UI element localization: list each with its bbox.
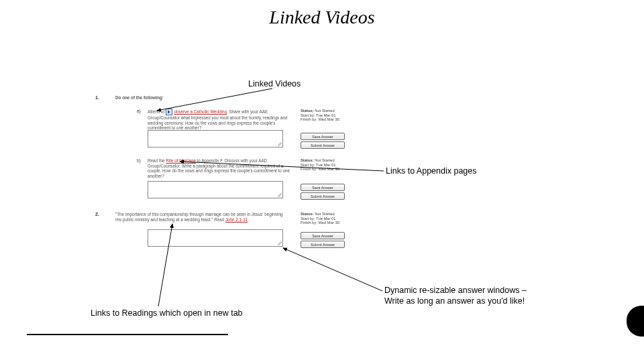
callout-resizable-line1: Dynamic re-sizable answer windows – — [384, 286, 527, 295]
start-value: Tue Mar 01 — [316, 113, 335, 117]
answer-box-1b[interactable] — [148, 181, 283, 198]
q1a-text: Attend or observe a Catholic Wedding. Sh… — [148, 109, 295, 131]
q2-text: "The importance of this companionship th… — [115, 212, 290, 222]
finish-label: Finish by: — [301, 167, 317, 171]
q1a-buttons: Save Answer Submit Answer — [301, 133, 364, 150]
submit-answer-button[interactable]: Submit Answer — [301, 241, 345, 248]
q1a-status: Status: Not Started Start by: Tue Mar 01… — [301, 109, 364, 122]
screenshot-area: 1. Do one of the following: a) Attend or… — [87, 94, 369, 302]
q2-before: "The importance of this companionship th… — [115, 212, 283, 222]
q1a-video-link[interactable]: observe a Catholic Wedding — [174, 109, 227, 114]
q1b-text: Read the Rite of Marriage in Appendix F.… — [148, 158, 295, 178]
answer-box-1a[interactable] — [148, 130, 283, 147]
q2-buttons: Save Answer Submit Answer — [301, 232, 364, 249]
start-label: Start by: — [301, 217, 315, 221]
callout-linked-videos: Linked Videos — [248, 79, 301, 88]
q2-reading-link[interactable]: John 2:1-11 — [225, 217, 248, 222]
slide-title: Linked Videos — [0, 7, 644, 28]
q1b-appendix-link[interactable]: Rite of Marriage — [166, 158, 196, 163]
q1b-buttons: Save Answer Submit Answer — [301, 184, 364, 201]
finish-value: Wed Mar 30 — [318, 117, 339, 121]
video-play-icon[interactable] — [166, 109, 172, 115]
status-label: Status: — [301, 158, 314, 162]
q1b-before: Read the — [148, 158, 166, 163]
status-value: Not Started — [315, 109, 334, 113]
q1b-status: Status: Not Started Start by: Tue Mar 01… — [301, 158, 364, 172]
corner-tab — [627, 306, 644, 337]
submit-answer-button[interactable]: Submit Answer — [301, 192, 345, 200]
finish-label: Finish by: — [301, 221, 317, 225]
q1b-label: b) — [137, 158, 141, 163]
status-label: Status: — [301, 109, 314, 113]
q1-number: 1. — [95, 95, 99, 100]
status-value: Not Started — [315, 212, 334, 216]
start-label: Start by: — [301, 163, 315, 167]
callout-resizable: Dynamic re-sizable answer windows – Writ… — [384, 286, 527, 306]
finish-value: Wed Mar 30 — [318, 167, 339, 171]
start-label: Start by: — [301, 113, 315, 117]
q1a-before: Attend or — [148, 109, 166, 114]
status-label: Status: — [301, 212, 314, 216]
finish-label: Finish by: — [301, 117, 317, 121]
submit-answer-button[interactable]: Submit Answer — [301, 141, 345, 149]
status-value: Not Started — [315, 158, 334, 162]
q1-prompt: Do one of the following: — [115, 95, 290, 101]
q2-after: . — [248, 217, 249, 222]
finish-value: Wed Mar 30 — [318, 221, 339, 225]
save-answer-button[interactable]: Save Answer — [301, 232, 345, 239]
callout-readings: Links to Readings which open in new tab — [91, 308, 243, 318]
callout-resizable-line2: Write as long an answer as you'd like! — [384, 296, 525, 306]
start-value: Tue Mar 01 — [316, 217, 335, 221]
answer-box-2[interactable] — [148, 229, 283, 247]
q2-status: Status: Not Started Start by: Tue Mar 01… — [301, 212, 364, 225]
start-value: Tue Mar 01 — [316, 163, 335, 167]
q1a-label: a) — [137, 109, 141, 113]
save-answer-button[interactable]: Save Answer — [301, 133, 345, 140]
footer-rule — [27, 334, 228, 335]
callout-appendix: Links to Appendix pages — [386, 166, 477, 176]
q2-number: 2. — [95, 212, 99, 217]
save-answer-button[interactable]: Save Answer — [301, 184, 345, 191]
